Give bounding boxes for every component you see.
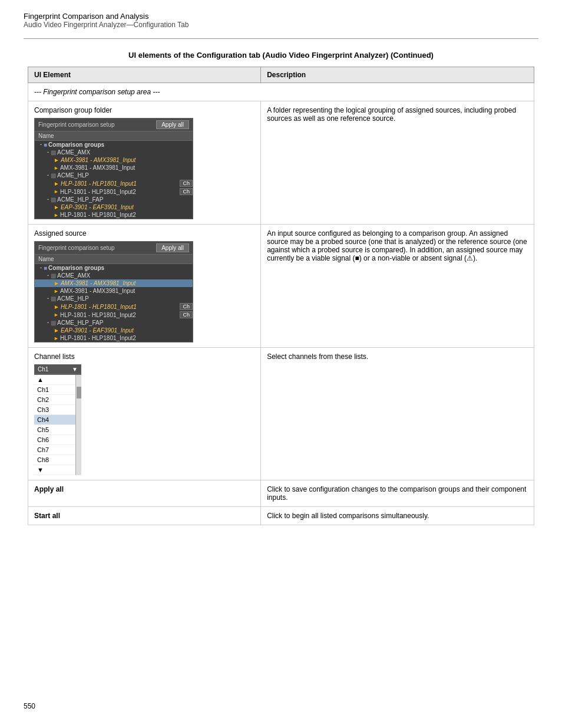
tree-item-eap-input1-2: ► EAP-3901 - EAF3901_Input: [35, 327, 193, 334]
minus-icon-7: ⁃: [47, 295, 49, 302]
ch-button-4[interactable]: Ch: [180, 311, 193, 318]
page-subtitle: Audio Video Fingerprint Analyzer—Configu…: [24, 21, 538, 29]
section-title: UI elements of the Configuration tab (Au…: [28, 51, 534, 60]
mini-ui-header-label-1: Fingerprint comparison setup: [38, 121, 115, 128]
tree-text-hlp-2: HLP-1801 - HLP1801_Input2: [60, 189, 136, 195]
tree-item-hlp1801-input2-2: ► HLP-1801 - HLP1801_Input2: [35, 334, 193, 342]
mini-ui-comparison-group: Fingerprint comparison setup Apply all N…: [34, 118, 193, 219]
desc-cell-apply-all: Click to save configuration changes to t…: [261, 480, 534, 507]
tree-text-hlp1801-2: HLP-1801 - HLP1801_Input2: [60, 212, 136, 218]
tree-text-amx-italic-1: AMX-3981 - AMX3981_Input: [61, 157, 135, 163]
channel-list-item-ch1-up: ▲: [34, 375, 75, 385]
row-label-start-all: Start all: [34, 512, 60, 520]
arrow-icon-4: ►: [54, 280, 59, 286]
desc-text-apply-all: Click to save configuration changes to t…: [267, 485, 526, 502]
page-number: 550: [24, 702, 35, 710]
desc-cell-start-all: Click to begin all listed comparisons si…: [261, 507, 534, 525]
monitor-icon-1: ▩: [51, 149, 56, 156]
tree-text-acme-amx-2: ACME_AMX: [57, 272, 90, 279]
channel-list-item-ch5[interactable]: Ch5: [34, 425, 75, 435]
channel-dropdown[interactable]: Ch1 ▼: [34, 364, 81, 375]
arrow-right-icon-2: ►: [54, 189, 59, 195]
tree-item-eap-input1: ► EAP-3901 - EAF3901_Input: [35, 203, 193, 211]
tree-item-comparison-groups-2: ⁃ ■ Comparison groups: [35, 264, 193, 272]
page-title: Fingerprint Comparison and Analysis: [24, 12, 538, 21]
table-row: Assigned source Fingerprint comparison s…: [28, 225, 534, 348]
channel-list-item-ch4[interactable]: Ch4: [34, 415, 75, 425]
tree-text-acme-hlp-fap-1: ACME_HLP_FAP: [57, 196, 103, 203]
channel-list-item-ch7[interactable]: Ch7: [34, 445, 75, 455]
ch1-up-arrow-icon: ▲: [37, 376, 44, 383]
col-header-desc: Description: [261, 67, 534, 83]
scroll-thumb: [77, 387, 81, 398]
ch-button-1[interactable]: Ch: [180, 180, 193, 187]
tree-item-acme-hlp-1: ⁃ ▩ ACME_HLP: [35, 172, 193, 179]
channel-list-item-ch6[interactable]: Ch6: [34, 435, 75, 445]
mini-ui-header-2: Fingerprint comparison setup Apply all: [35, 242, 193, 255]
minus-icon-3: ⁃: [47, 172, 49, 179]
ui-element-cell-assigned-source: Assigned source Fingerprint comparison s…: [28, 225, 261, 348]
mini-ui-header-label-2: Fingerprint comparison setup: [38, 245, 115, 251]
ch-button-3[interactable]: Ch: [180, 303, 193, 310]
channel-list: ▲ Ch1 Ch2 Ch3 Ch4 Ch5 Ch6 Ch7 Ch8: [34, 375, 75, 475]
mini-ui-assigned-source: Fingerprint comparison setup Apply all N…: [34, 241, 193, 342]
ch-button-2[interactable]: Ch: [180, 188, 193, 195]
channel-list-item-ch8-down: ▼: [34, 465, 75, 475]
channel-list-item-ch1[interactable]: Ch1: [34, 385, 75, 395]
channel-list-with-scroll: ▲ Ch1 Ch2 Ch3 Ch4 Ch5 Ch6 Ch7 Ch8: [34, 375, 254, 475]
channel-list-item-ch8[interactable]: Ch8: [34, 455, 75, 465]
header-divider: [24, 38, 538, 39]
minus-icon-1: ⁃: [39, 141, 42, 148]
channel-dropdown-label: Ch1: [38, 366, 48, 373]
apply-all-button-1[interactable]: Apply all: [156, 120, 189, 129]
tree-text-comparison-groups: Comparison groups: [48, 141, 104, 148]
tree-item-acme-amx-2: ⁃ ▩ ACME_AMX: [35, 272, 193, 279]
row-label-apply-all: Apply all: [34, 485, 64, 493]
ui-element-cell-apply-all: Apply all: [28, 480, 261, 507]
mini-ui-header-1: Fingerprint comparison setup Apply all: [35, 118, 193, 131]
desc-text-channel-lists: Select channels from these lists.: [267, 353, 368, 361]
tree-text-hlp-italic-2: HLP-1801 - HLP1801_Input1: [61, 304, 137, 310]
minus-icon-8: ⁃: [47, 319, 49, 326]
tree-text-hlp-2b: HLP-1801 - HLP1801_Input2: [60, 312, 136, 318]
tree-text-eap-italic-1: EAP-3901 - EAF3901_Input: [61, 204, 134, 210]
row-label-channel-lists: Channel lists: [34, 353, 254, 361]
table-row: Comparison group folder Fingerprint comp…: [28, 101, 534, 225]
tree-item-acme-hlp-fap-2: ⁃ ▩ ACME_HLP_FAP: [35, 319, 193, 327]
table-row: Start all Click to begin all listed comp…: [28, 507, 534, 525]
ui-element-cell-comparison-group: Comparison group folder Fingerprint comp…: [28, 101, 261, 225]
tree-item-comparison-groups: ⁃ ■ Comparison groups: [35, 141, 193, 149]
mini-ui-col-name-1: Name: [35, 131, 193, 141]
tree-text-amx-italic-2: AMX-3981 - AMX3981_Input: [61, 280, 135, 286]
arrow-right-icon-3: ►: [54, 212, 59, 218]
tree-text-comparison-groups-2: Comparison groups: [48, 265, 104, 271]
tree-text-amx-2b: AMX-3981 - AMX3981_Input: [60, 288, 135, 294]
desc-text-assigned-source: An input source configured as belonging …: [267, 229, 527, 262]
section-separator-row: --- Fingerprint comparison setup area --…: [28, 83, 534, 101]
tree-item-amx-input1-selected: ► AMX-3981 - AMX3981_Input: [35, 279, 193, 287]
tree-text-acme-hlp-2: ACME_HLP: [57, 295, 89, 302]
arrow-icon-6: ►: [54, 327, 59, 334]
tree-item-hlp1801-input2-1: ► HLP-1801 - HLP1801_Input2: [35, 211, 193, 219]
dropdown-arrow-icon: ▼: [72, 366, 78, 373]
minus-icon-5: ⁃: [39, 265, 42, 271]
apply-all-button-2[interactable]: Apply all: [156, 243, 189, 252]
channel-list-item-ch3[interactable]: Ch3: [34, 405, 75, 415]
channel-list-item-ch2[interactable]: Ch2: [34, 395, 75, 405]
doc-section: UI elements of the Configuration tab (Au…: [28, 51, 534, 525]
desc-cell-assigned-source: An input source configured as belonging …: [261, 225, 534, 348]
tree-item-hlp-input1: ► HLP-1801 - HLP1801_Input1 Ch: [35, 179, 193, 187]
tree-text-acme-hlp-fap-2: ACME_HLP_FAP: [57, 319, 103, 326]
tree-item-hlp-input2-2: ► HLP-1801 - HLP1801_Input2 Ch: [35, 311, 193, 319]
tree-item-amx-input2: ► AMX-3981 - AMX3981_Input: [35, 164, 193, 172]
mini-ui-col-name-2: Name: [35, 255, 193, 264]
monitor-icon-6: ▩: [51, 319, 56, 326]
channel-scrollbar[interactable]: [75, 375, 81, 475]
channel-dropdown-header[interactable]: Ch1 ▼: [35, 365, 81, 374]
desc-cell-comparison-group: A folder representing the logical groupi…: [261, 101, 534, 225]
arrow-icon-5: ►: [54, 304, 59, 310]
monitor-icon-2: ▩: [51, 172, 56, 179]
tree-item-hlp-input2: ► HLP-1801 - HLP1801_Input2 Ch: [35, 187, 193, 196]
col-header-ui: UI Element: [28, 67, 261, 83]
section-separator-label: --- Fingerprint comparison setup area --…: [28, 83, 534, 101]
